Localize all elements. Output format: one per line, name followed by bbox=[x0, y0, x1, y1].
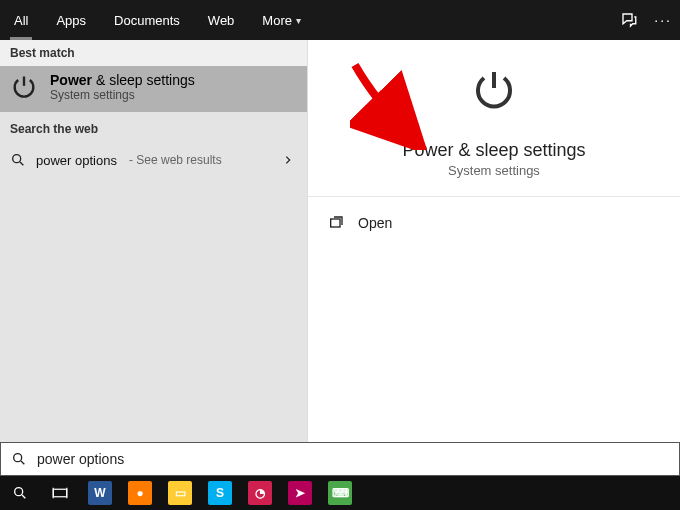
result-preview: Power & sleep settings System settings O… bbox=[308, 40, 680, 442]
taskbar-app-word[interactable]: W bbox=[80, 476, 120, 510]
app-red-icon: ◔ bbox=[248, 481, 272, 505]
best-match-subtitle: System settings bbox=[50, 88, 195, 102]
svg-point-0 bbox=[13, 155, 21, 163]
taskbar-app-app-pink[interactable]: ➤ bbox=[280, 476, 320, 510]
best-match-title: Power & sleep settings bbox=[50, 72, 195, 88]
taskbar-app-explorer[interactable]: ▭ bbox=[160, 476, 200, 510]
best-match-item[interactable]: Power & sleep settings System settings bbox=[0, 66, 307, 112]
taskbar: W●▭S◔➤⌨ bbox=[0, 476, 680, 510]
taskbar-app-app-red[interactable]: ◔ bbox=[240, 476, 280, 510]
open-icon bbox=[328, 215, 344, 231]
svg-line-5 bbox=[21, 461, 24, 464]
svg-point-4 bbox=[14, 454, 22, 462]
power-icon bbox=[10, 73, 38, 101]
search-icon bbox=[10, 152, 26, 168]
preview-subtitle: System settings bbox=[318, 163, 670, 178]
chevron-right-icon bbox=[283, 151, 293, 169]
tab-web[interactable]: Web bbox=[194, 0, 249, 40]
search-input[interactable] bbox=[37, 451, 669, 467]
best-match-header: Best match bbox=[0, 40, 307, 66]
tab-documents[interactable]: Documents bbox=[100, 0, 194, 40]
web-result-item[interactable]: power options - See web results bbox=[0, 142, 307, 178]
search-web-header: Search the web bbox=[0, 112, 307, 142]
app-pink-icon: ➤ bbox=[288, 481, 312, 505]
taskbar-app-printer[interactable]: ⌨ bbox=[320, 476, 360, 510]
open-label: Open bbox=[358, 215, 392, 231]
task-view-button[interactable] bbox=[40, 476, 80, 510]
search-box[interactable] bbox=[0, 442, 680, 476]
svg-point-6 bbox=[15, 488, 23, 496]
svg-rect-2 bbox=[331, 219, 340, 227]
open-action[interactable]: Open bbox=[328, 207, 660, 239]
results-list: Best match Power & sleep settings System… bbox=[0, 40, 308, 442]
explorer-icon: ▭ bbox=[168, 481, 192, 505]
taskbar-app-skype[interactable]: S bbox=[200, 476, 240, 510]
feedback-icon[interactable] bbox=[620, 11, 638, 29]
word-icon: W bbox=[88, 481, 112, 505]
tab-more-label: More bbox=[262, 13, 292, 28]
tab-apps[interactable]: Apps bbox=[42, 0, 100, 40]
taskbar-app-firefox[interactable]: ● bbox=[120, 476, 160, 510]
tab-all[interactable]: All bbox=[0, 0, 42, 40]
skype-icon: S bbox=[208, 481, 232, 505]
printer-icon: ⌨ bbox=[328, 481, 352, 505]
svg-rect-8 bbox=[53, 489, 67, 497]
taskbar-search-button[interactable] bbox=[0, 476, 40, 510]
firefox-icon: ● bbox=[128, 481, 152, 505]
tab-more[interactable]: More ▾ bbox=[248, 0, 315, 40]
web-result-hint: - See web results bbox=[129, 153, 222, 167]
more-icon[interactable]: ··· bbox=[654, 12, 672, 28]
svg-line-1 bbox=[20, 162, 23, 165]
search-results-body: Best match Power & sleep settings System… bbox=[0, 40, 680, 442]
search-icon bbox=[11, 451, 27, 467]
preview-title: Power & sleep settings bbox=[318, 140, 670, 161]
chevron-down-icon: ▾ bbox=[296, 15, 301, 26]
power-icon bbox=[470, 100, 518, 117]
web-result-text: power options bbox=[36, 153, 117, 168]
svg-line-7 bbox=[22, 495, 25, 498]
search-scope-tabs: All Apps Documents Web More ▾ ··· bbox=[0, 0, 680, 40]
